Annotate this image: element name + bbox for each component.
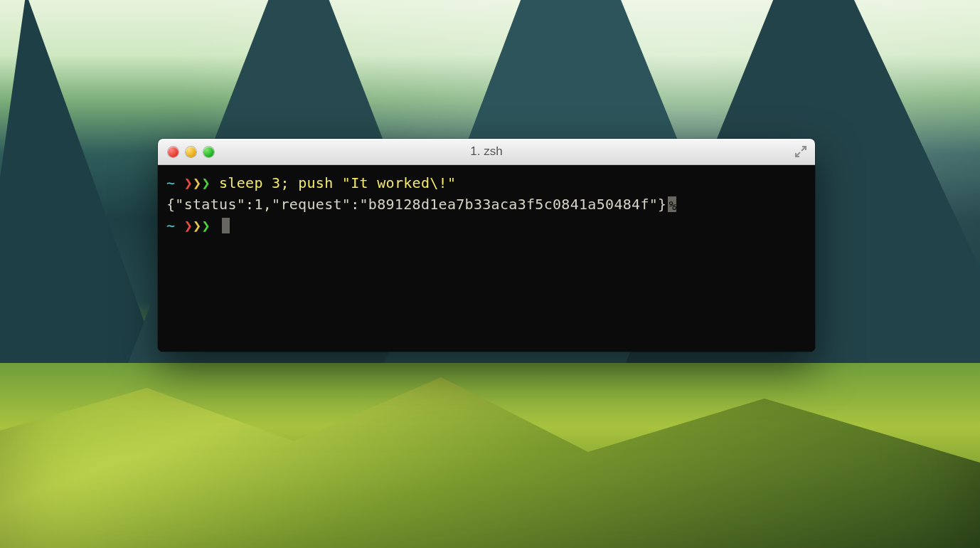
command-arg: "It worked\!" xyxy=(342,174,456,191)
fullscreen-icon[interactable] xyxy=(794,144,808,159)
minimize-button[interactable] xyxy=(186,147,196,157)
close-button[interactable] xyxy=(168,147,179,157)
cursor-block-icon xyxy=(222,218,230,233)
terminal-body[interactable]: ~ ❯❯❯ sleep 3; push "It worked\!" {"stat… xyxy=(158,165,815,352)
output-json: {"status":1,"request":"b89128d1ea7b33aca… xyxy=(166,196,666,213)
zoom-button[interactable] xyxy=(203,147,214,157)
decor-ridge xyxy=(0,334,980,548)
desktop-wallpaper: 1. zsh ~ ❯❯❯ sleep 3; push "It worked\!"… xyxy=(0,0,980,548)
prompt-tilde: ~ xyxy=(166,217,175,234)
terminal-window[interactable]: 1. zsh ~ ❯❯❯ sleep 3; push "It worked\!"… xyxy=(158,139,815,352)
window-title: 1. zsh xyxy=(158,144,815,159)
prompt-tilde: ~ xyxy=(166,174,175,191)
eol-percent-icon xyxy=(668,196,676,212)
prompt-chevrons: ❯❯❯ xyxy=(184,174,211,191)
window-traffic-lights xyxy=(158,147,214,157)
command-push: push xyxy=(298,174,333,191)
prompt-chevrons: ❯❯❯ xyxy=(184,217,211,234)
command-text: sleep 3; xyxy=(219,174,289,191)
window-titlebar[interactable]: 1. zsh xyxy=(158,139,815,165)
